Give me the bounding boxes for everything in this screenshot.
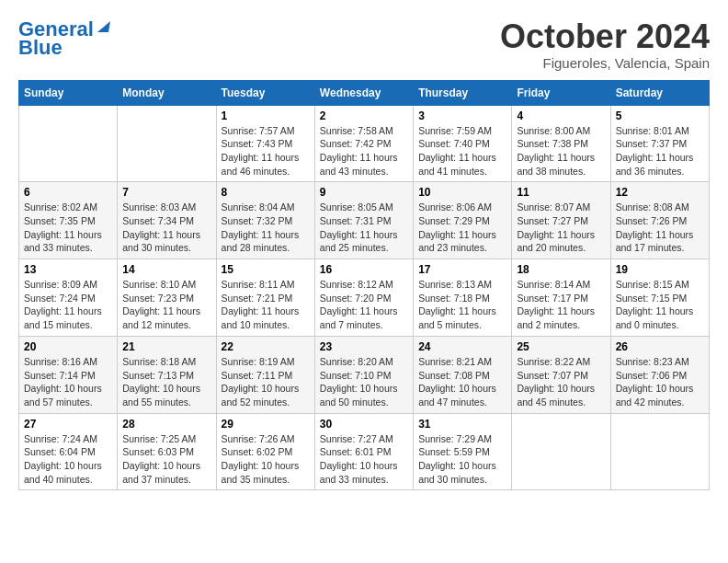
month-title: October 2024 bbox=[500, 18, 710, 55]
day-info: Sunrise: 7:58 AM Sunset: 7:42 PM Dayligh… bbox=[320, 124, 408, 178]
day-info: Sunrise: 8:16 AM Sunset: 7:14 PM Dayligh… bbox=[24, 355, 112, 409]
header-sunday: Sunday bbox=[19, 80, 118, 105]
day-number: 26 bbox=[616, 340, 704, 353]
table-row: 9Sunrise: 8:05 AM Sunset: 7:31 PM Daylig… bbox=[314, 182, 413, 259]
day-info: Sunrise: 8:19 AM Sunset: 7:11 PM Dayligh… bbox=[222, 355, 310, 409]
calendar-table: Sunday Monday Tuesday Wednesday Thursday… bbox=[18, 80, 710, 491]
header-thursday: Thursday bbox=[414, 80, 512, 105]
day-number: 15 bbox=[222, 263, 310, 276]
day-number: 14 bbox=[122, 263, 210, 276]
table-row bbox=[19, 105, 118, 182]
day-info: Sunrise: 7:24 AM Sunset: 6:04 PM Dayligh… bbox=[24, 432, 112, 487]
header-saturday: Saturday bbox=[610, 80, 709, 105]
day-number: 21 bbox=[122, 340, 210, 353]
day-info: Sunrise: 8:07 AM Sunset: 7:27 PM Dayligh… bbox=[517, 201, 605, 255]
table-row: 4Sunrise: 8:00 AM Sunset: 7:38 PM Daylig… bbox=[512, 105, 610, 182]
table-row: 16Sunrise: 8:12 AM Sunset: 7:20 PM Dayli… bbox=[314, 259, 413, 337]
day-info: Sunrise: 8:23 AM Sunset: 7:06 PM Dayligh… bbox=[616, 355, 704, 409]
table-row: 3Sunrise: 7:59 AM Sunset: 7:40 PM Daylig… bbox=[414, 105, 512, 182]
table-row: 8Sunrise: 8:04 AM Sunset: 7:32 PM Daylig… bbox=[216, 182, 314, 259]
header-friday: Friday bbox=[512, 80, 610, 105]
table-row: 29Sunrise: 7:26 AM Sunset: 6:02 PM Dayli… bbox=[216, 413, 314, 490]
day-info: Sunrise: 8:05 AM Sunset: 7:31 PM Dayligh… bbox=[320, 201, 408, 255]
day-number: 5 bbox=[616, 109, 704, 122]
calendar-week-row: 1Sunrise: 7:57 AM Sunset: 7:43 PM Daylig… bbox=[19, 105, 710, 182]
day-info: Sunrise: 8:12 AM Sunset: 7:20 PM Dayligh… bbox=[320, 278, 408, 332]
table-row: 25Sunrise: 8:22 AM Sunset: 7:07 PM Dayli… bbox=[512, 336, 610, 413]
day-number: 11 bbox=[517, 186, 605, 199]
day-info: Sunrise: 8:14 AM Sunset: 7:17 PM Dayligh… bbox=[517, 278, 605, 332]
day-number: 6 bbox=[24, 186, 112, 199]
table-row: 15Sunrise: 8:11 AM Sunset: 7:21 PM Dayli… bbox=[216, 259, 314, 337]
table-row: 24Sunrise: 8:21 AM Sunset: 7:08 PM Dayli… bbox=[414, 336, 512, 413]
calendar-week-row: 27Sunrise: 7:24 AM Sunset: 6:04 PM Dayli… bbox=[19, 413, 710, 490]
logo-bird-icon bbox=[96, 17, 112, 34]
day-number: 31 bbox=[418, 418, 506, 431]
day-number: 28 bbox=[122, 418, 210, 431]
table-row: 18Sunrise: 8:14 AM Sunset: 7:17 PM Dayli… bbox=[512, 259, 610, 337]
day-info: Sunrise: 8:10 AM Sunset: 7:23 PM Dayligh… bbox=[122, 278, 210, 332]
day-info: Sunrise: 8:06 AM Sunset: 7:29 PM Dayligh… bbox=[418, 201, 506, 255]
day-info: Sunrise: 8:04 AM Sunset: 7:32 PM Dayligh… bbox=[222, 201, 310, 255]
day-info: Sunrise: 8:11 AM Sunset: 7:21 PM Dayligh… bbox=[222, 278, 310, 332]
day-number: 30 bbox=[320, 418, 408, 431]
day-info: Sunrise: 8:01 AM Sunset: 7:37 PM Dayligh… bbox=[616, 124, 704, 178]
day-number: 1 bbox=[222, 109, 310, 122]
table-row: 22Sunrise: 8:19 AM Sunset: 7:11 PM Dayli… bbox=[216, 336, 314, 413]
day-info: Sunrise: 8:08 AM Sunset: 7:26 PM Dayligh… bbox=[616, 201, 704, 255]
calendar-week-row: 6Sunrise: 8:02 AM Sunset: 7:35 PM Daylig… bbox=[19, 182, 710, 259]
calendar-week-row: 13Sunrise: 8:09 AM Sunset: 7:24 PM Dayli… bbox=[19, 259, 710, 337]
table-row: 5Sunrise: 8:01 AM Sunset: 7:37 PM Daylig… bbox=[610, 105, 709, 182]
day-info: Sunrise: 7:59 AM Sunset: 7:40 PM Dayligh… bbox=[418, 124, 506, 178]
table-row: 21Sunrise: 8:18 AM Sunset: 7:13 PM Dayli… bbox=[118, 336, 216, 413]
day-number: 20 bbox=[24, 340, 112, 353]
table-row: 27Sunrise: 7:24 AM Sunset: 6:04 PM Dayli… bbox=[19, 413, 118, 490]
logo-blue: Blue bbox=[18, 37, 63, 59]
day-info: Sunrise: 7:29 AM Sunset: 5:59 PM Dayligh… bbox=[418, 432, 506, 487]
day-number: 27 bbox=[24, 418, 112, 431]
day-info: Sunrise: 8:21 AM Sunset: 7:08 PM Dayligh… bbox=[418, 355, 506, 409]
day-number: 23 bbox=[320, 340, 408, 353]
table-row: 14Sunrise: 8:10 AM Sunset: 7:23 PM Dayli… bbox=[118, 259, 216, 337]
day-number: 4 bbox=[517, 109, 605, 122]
table-row: 19Sunrise: 8:15 AM Sunset: 7:15 PM Dayli… bbox=[610, 259, 709, 337]
svg-marker-0 bbox=[97, 21, 110, 32]
day-number: 13 bbox=[24, 263, 112, 276]
table-row: 31Sunrise: 7:29 AM Sunset: 5:59 PM Dayli… bbox=[414, 413, 512, 490]
day-number: 3 bbox=[418, 109, 506, 122]
table-row: 2Sunrise: 7:58 AM Sunset: 7:42 PM Daylig… bbox=[314, 105, 413, 182]
header-tuesday: Tuesday bbox=[216, 80, 314, 105]
day-info: Sunrise: 7:57 AM Sunset: 7:43 PM Dayligh… bbox=[222, 124, 310, 178]
day-number: 24 bbox=[418, 340, 506, 353]
table-row bbox=[512, 413, 610, 490]
title-area: October 2024 Figueroles, Valencia, Spain bbox=[500, 18, 710, 71]
calendar-header-row: Sunday Monday Tuesday Wednesday Thursday… bbox=[19, 80, 710, 105]
day-number: 25 bbox=[517, 340, 605, 353]
day-number: 29 bbox=[222, 418, 310, 431]
day-number: 17 bbox=[418, 263, 506, 276]
day-number: 19 bbox=[616, 263, 704, 276]
table-row: 12Sunrise: 8:08 AM Sunset: 7:26 PM Dayli… bbox=[610, 182, 709, 259]
table-row: 20Sunrise: 8:16 AM Sunset: 7:14 PM Dayli… bbox=[19, 336, 118, 413]
day-info: Sunrise: 8:22 AM Sunset: 7:07 PM Dayligh… bbox=[517, 355, 605, 409]
day-info: Sunrise: 7:26 AM Sunset: 6:02 PM Dayligh… bbox=[222, 432, 310, 487]
day-info: Sunrise: 8:09 AM Sunset: 7:24 PM Dayligh… bbox=[24, 278, 112, 332]
day-info: Sunrise: 8:13 AM Sunset: 7:18 PM Dayligh… bbox=[418, 278, 506, 332]
day-number: 16 bbox=[320, 263, 408, 276]
day-number: 10 bbox=[418, 186, 506, 199]
table-row: 1Sunrise: 7:57 AM Sunset: 7:43 PM Daylig… bbox=[216, 105, 314, 182]
header-wednesday: Wednesday bbox=[314, 80, 413, 105]
day-number: 9 bbox=[320, 186, 408, 199]
header-monday: Monday bbox=[118, 80, 216, 105]
table-row: 30Sunrise: 7:27 AM Sunset: 6:01 PM Dayli… bbox=[314, 413, 413, 490]
table-row: 11Sunrise: 8:07 AM Sunset: 7:27 PM Dayli… bbox=[512, 182, 610, 259]
day-number: 18 bbox=[517, 263, 605, 276]
day-info: Sunrise: 8:03 AM Sunset: 7:34 PM Dayligh… bbox=[122, 201, 210, 255]
table-row: 17Sunrise: 8:13 AM Sunset: 7:18 PM Dayli… bbox=[414, 259, 512, 337]
location-subtitle: Figueroles, Valencia, Spain bbox=[500, 55, 710, 71]
day-info: Sunrise: 8:15 AM Sunset: 7:15 PM Dayligh… bbox=[616, 278, 704, 332]
day-number: 8 bbox=[222, 186, 310, 199]
day-info: Sunrise: 8:00 AM Sunset: 7:38 PM Dayligh… bbox=[517, 124, 605, 178]
day-info: Sunrise: 8:02 AM Sunset: 7:35 PM Dayligh… bbox=[24, 201, 112, 255]
table-row bbox=[610, 413, 709, 490]
